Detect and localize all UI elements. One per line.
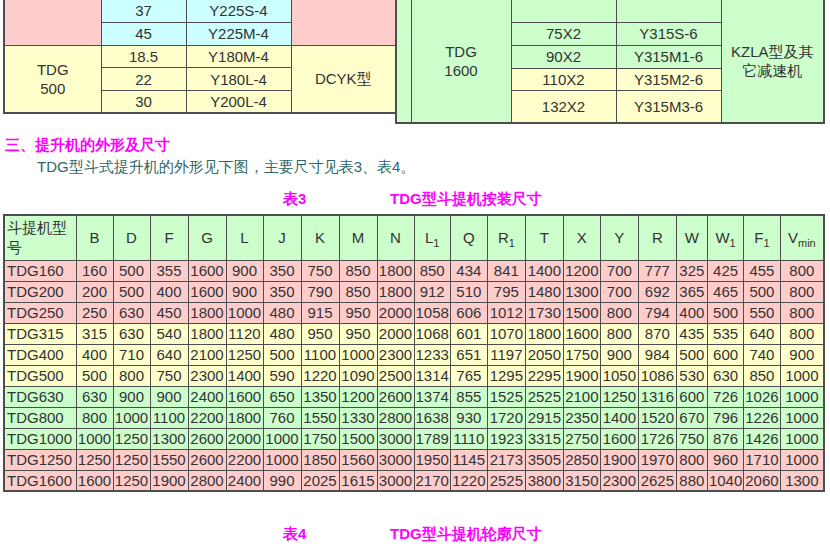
dim-cell: 800	[676, 449, 707, 470]
model-cell: TDG200	[4, 281, 76, 302]
dim-cell: 950	[339, 323, 377, 344]
dim-cell: 650	[263, 386, 301, 407]
model-cell: TDG 1600	[411, 0, 511, 123]
power-cell: 45	[101, 22, 186, 45]
dim-cell: 1200	[339, 386, 377, 407]
dim-cell: 1250	[113, 449, 150, 470]
dim-cell: 1600	[600, 428, 638, 449]
dim-cell: 1086	[638, 365, 676, 386]
dim-cell: 600	[676, 386, 707, 407]
dim-cell: 2300	[377, 344, 414, 365]
dim-cell: 1900	[150, 470, 188, 491]
dim-cell: 2800	[188, 470, 226, 491]
dim-cell: 2600	[188, 428, 226, 449]
dim-cell: 915	[301, 302, 339, 323]
dim-cell: 1800	[188, 302, 226, 323]
dim-cell: 2000	[226, 428, 263, 449]
dim-cell: 1950	[414, 449, 450, 470]
col-header-w1: W1	[707, 215, 743, 260]
dim-cell: 1400	[600, 407, 638, 428]
table4-title: TDG型斗提机轮廓尺寸	[390, 525, 542, 544]
col-header-w: W	[676, 215, 707, 260]
dim-cell: 1197	[487, 344, 525, 365]
motor-cell-empty	[616, 0, 721, 22]
motor-cell: Y315S-6	[616, 22, 721, 45]
dim-cell: 530	[676, 365, 707, 386]
dim-cell: 480	[263, 323, 301, 344]
dim-cell: 765	[450, 365, 487, 386]
dim-cell: 795	[487, 281, 525, 302]
power-cell: 37	[101, 0, 186, 22]
dim-cell: 1100	[150, 407, 188, 428]
dim-cell: 692	[638, 281, 676, 302]
table-row: TDG2502506304501800100048091595020001058…	[4, 302, 824, 323]
dim-cell: 960	[707, 449, 743, 470]
col-header-f1: F1	[744, 215, 780, 260]
dim-cell: 651	[450, 344, 487, 365]
dim-cell: 1200	[563, 260, 600, 281]
dim-cell: 1220	[301, 365, 339, 386]
dim-cell: 1600	[226, 386, 263, 407]
dim-cell: 630	[113, 323, 150, 344]
dim-cell: 2400	[188, 386, 226, 407]
table-row: TDG1601605003551600900350750850180085043…	[4, 260, 824, 281]
dimensions-table: 斗提机型号 BDFGLJKMNL1QR1TXYRWW1F1Vmin TDG160…	[3, 214, 825, 492]
dim-cell: 2173	[487, 449, 525, 470]
dim-cell: 1250	[113, 470, 150, 491]
dim-cell: 1000	[780, 386, 824, 407]
motor-cell: Y315M2-6	[616, 68, 721, 90]
dim-cell: 800	[780, 260, 824, 281]
dim-cell: 3505	[525, 449, 563, 470]
dim-cell: 777	[638, 260, 676, 281]
dim-cell: 2525	[525, 386, 563, 407]
dim-cell: 2800	[377, 407, 414, 428]
dim-cell: 1070	[487, 323, 525, 344]
dim-cell: 1923	[487, 428, 525, 449]
model-cell: TDG315	[4, 323, 76, 344]
dim-cell: 1316	[638, 386, 676, 407]
dim-cell: 726	[707, 386, 743, 407]
dim-cell: 1400	[525, 260, 563, 281]
table-row: TDG5005008007502300140059012201090250013…	[4, 365, 824, 386]
dim-cell: 1726	[638, 428, 676, 449]
dim-cell: 1600	[188, 260, 226, 281]
dim-cell: 870	[638, 323, 676, 344]
dim-cell: 535	[707, 323, 743, 344]
dim-cell: 2600	[377, 386, 414, 407]
dim-cell: 2525	[487, 470, 525, 491]
dim-cell: 315	[76, 323, 113, 344]
dim-cell: 1000	[76, 428, 113, 449]
document-page: 37 Y225S-4 45 Y225M-4 TDG 500 18.5 Y180M…	[0, 0, 830, 546]
dim-cell: 3150	[563, 470, 600, 491]
dim-cell: 900	[113, 386, 150, 407]
power-cell: 18.5	[101, 45, 186, 67]
dim-cell: 510	[450, 281, 487, 302]
dim-cell: 2050	[525, 344, 563, 365]
dim-cell: 540	[150, 323, 188, 344]
table-row: TDG1000100012501300260020001000175015003…	[4, 428, 824, 449]
dim-cell: 2600	[188, 449, 226, 470]
dim-cell: 1500	[563, 302, 600, 323]
col-header-f: F	[150, 215, 188, 260]
dim-cell: 1295	[487, 365, 525, 386]
dim-cell: 1250	[76, 449, 113, 470]
dim-cell: 1550	[301, 407, 339, 428]
dim-cell: 855	[450, 386, 487, 407]
dim-cell: 200	[76, 281, 113, 302]
motor-cell: Y315M3-6	[616, 90, 721, 123]
col-header-j: J	[263, 215, 301, 260]
dim-cell: 850	[339, 260, 377, 281]
dim-cell: 1600	[188, 281, 226, 302]
dim-cell: 1800	[188, 323, 226, 344]
dim-cell: 2850	[563, 449, 600, 470]
dim-cell: 350	[263, 260, 301, 281]
col-header-r1: R1	[487, 215, 525, 260]
dim-cell: 1400	[226, 365, 263, 386]
motor-cell: Y225M-4	[186, 22, 291, 45]
dim-cell: 1250	[226, 344, 263, 365]
dim-cell: 900	[780, 344, 824, 365]
dim-cell: 480	[263, 302, 301, 323]
dim-cell: 950	[301, 323, 339, 344]
power-cell-empty	[511, 0, 616, 22]
motor-cell: Y180M-4	[186, 45, 291, 67]
